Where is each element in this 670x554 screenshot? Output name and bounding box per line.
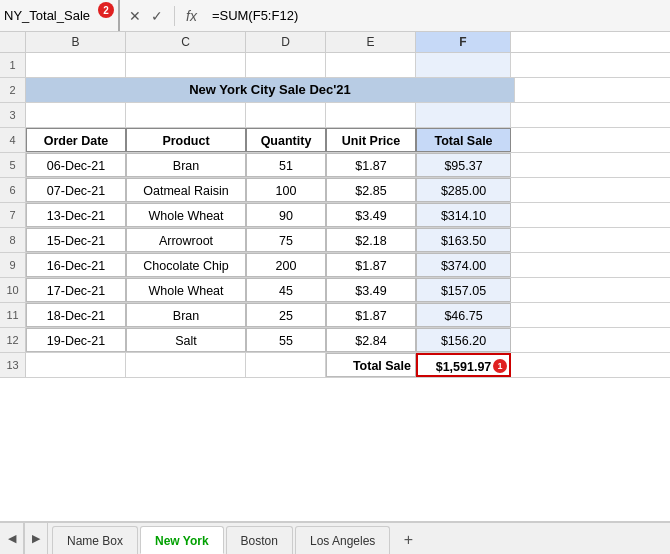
col-header-d[interactable]: D <box>246 32 326 52</box>
table-row: 8 15-Dec-21 Arrowroot 75 $2.18 $163.50 <box>0 228 670 253</box>
row-num-9: 9 <box>0 253 26 277</box>
cell-e3[interactable] <box>326 103 416 127</box>
cell-e11[interactable]: $1.87 <box>326 303 416 327</box>
cell-e7[interactable]: $3.49 <box>326 203 416 227</box>
sheet-tab-boston[interactable]: Boston <box>226 526 293 554</box>
formula-controls: ✕ ✓ fx <box>120 6 212 26</box>
cell-e1[interactable] <box>326 53 416 77</box>
cell-d11[interactable]: 25 <box>246 303 326 327</box>
cell-d6[interactable]: 100 <box>246 178 326 202</box>
confirm-icon[interactable]: ✓ <box>148 8 166 24</box>
cell-c9[interactable]: Chocolate Chip <box>126 253 246 277</box>
cell-c12[interactable]: Salt <box>126 328 246 352</box>
spreadsheet: B C D E F 1 2 New York City Sale Dec'21 … <box>0 32 670 521</box>
cell-f12[interactable]: $156.20 <box>416 328 511 352</box>
col-header-c[interactable]: C <box>126 32 246 52</box>
cell-b4[interactable]: Order Date <box>26 128 126 152</box>
table-row: 2 New York City Sale Dec'21 <box>0 78 670 103</box>
cell-c10[interactable]: Whole Wheat <box>126 278 246 302</box>
cell-e13[interactable]: Total Sale <box>326 353 416 377</box>
cell-b8[interactable]: 15-Dec-21 <box>26 228 126 252</box>
cell-d8[interactable]: 75 <box>246 228 326 252</box>
formula-input[interactable] <box>212 8 670 23</box>
add-sheet-button[interactable]: + <box>396 526 420 554</box>
sheet-tab-namebox[interactable]: Name Box <box>52 526 138 554</box>
name-box-area: 2 <box>0 0 120 31</box>
cell-f1[interactable] <box>416 53 511 77</box>
row-num-4: 4 <box>0 128 26 152</box>
fx-label: fx <box>183 8 200 24</box>
table-row: 13 Total Sale $1,591.97 1 <box>0 353 670 378</box>
row-num-12: 12 <box>0 328 26 352</box>
cell-d9[interactable]: 200 <box>246 253 326 277</box>
cell-e8[interactable]: $2.18 <box>326 228 416 252</box>
cell-f9[interactable]: $374.00 <box>416 253 511 277</box>
cell-d1[interactable] <box>246 53 326 77</box>
cell-f8[interactable]: $163.50 <box>416 228 511 252</box>
grid: 1 2 New York City Sale Dec'21 3 4 Order … <box>0 53 670 521</box>
cell-d7[interactable]: 90 <box>246 203 326 227</box>
tab-scroll-left[interactable]: ◀ <box>0 522 24 554</box>
cell-e10[interactable]: $3.49 <box>326 278 416 302</box>
cell-b12[interactable]: 19-Dec-21 <box>26 328 126 352</box>
cell-c7[interactable]: Whole Wheat <box>126 203 246 227</box>
cell-e9[interactable]: $1.87 <box>326 253 416 277</box>
cell-c5[interactable]: Bran <box>126 153 246 177</box>
cell-c3[interactable] <box>126 103 246 127</box>
cell-f5[interactable]: $95.37 <box>416 153 511 177</box>
cell-b13[interactable] <box>26 353 126 377</box>
cell-f4[interactable]: Total Sale <box>416 128 511 152</box>
cell-b5[interactable]: 06-Dec-21 <box>26 153 126 177</box>
cell-d10[interactable]: 45 <box>246 278 326 302</box>
tab-scroll-right[interactable]: ▶ <box>24 522 48 554</box>
cell-c13[interactable] <box>126 353 246 377</box>
cell-d13[interactable] <box>246 353 326 377</box>
cell-c11[interactable]: Bran <box>126 303 246 327</box>
cell-b7[interactable]: 13-Dec-21 <box>26 203 126 227</box>
cell-b3[interactable] <box>26 103 126 127</box>
row-num-2: 2 <box>0 78 26 102</box>
cell-e5[interactable]: $1.87 <box>326 153 416 177</box>
cell-c8[interactable]: Arrowroot <box>126 228 246 252</box>
cell-c4[interactable]: Product <box>126 128 246 152</box>
cell-b6[interactable]: 07-Dec-21 <box>26 178 126 202</box>
col-header-f[interactable]: F <box>416 32 511 52</box>
cell-b9[interactable]: 16-Dec-21 <box>26 253 126 277</box>
cell-c1[interactable] <box>126 53 246 77</box>
cell-c6[interactable]: Oatmeal Raisin <box>126 178 246 202</box>
cell-d3[interactable] <box>246 103 326 127</box>
cell-f6[interactable]: $285.00 <box>416 178 511 202</box>
cell-b11[interactable]: 18-Dec-21 <box>26 303 126 327</box>
table-row: 7 13-Dec-21 Whole Wheat 90 $3.49 $314.10 <box>0 203 670 228</box>
table-row: 11 18-Dec-21 Bran 25 $1.87 $46.75 <box>0 303 670 328</box>
name-box-input[interactable] <box>4 8 94 23</box>
cell-f7[interactable]: $314.10 <box>416 203 511 227</box>
cell-b1[interactable] <box>26 53 126 77</box>
badge-1: 1 <box>493 359 507 373</box>
cell-b10[interactable]: 17-Dec-21 <box>26 278 126 302</box>
cell-d4[interactable]: Quantity <box>246 128 326 152</box>
cell-b2[interactable]: New York City Sale Dec'21 <box>26 78 515 102</box>
cell-d12[interactable]: 55 <box>246 328 326 352</box>
row-num-6: 6 <box>0 178 26 202</box>
cell-e6[interactable]: $2.85 <box>326 178 416 202</box>
corner-header <box>0 32 26 52</box>
cell-f13[interactable]: $1,591.97 1 <box>416 353 511 377</box>
col-header-e[interactable]: E <box>326 32 416 52</box>
cell-e12[interactable]: $2.84 <box>326 328 416 352</box>
sheet-tab-losangeles[interactable]: Los Angeles <box>295 526 390 554</box>
bottom-bar: ◀ ▶ Name Box New York Boston Los Angeles… <box>0 521 670 554</box>
cell-e4[interactable]: Unit Price <box>326 128 416 152</box>
table-row: 9 16-Dec-21 Chocolate Chip 200 $1.87 $37… <box>0 253 670 278</box>
formula-bar: 2 ✕ ✓ fx <box>0 0 670 32</box>
cell-f10[interactable]: $157.05 <box>416 278 511 302</box>
cancel-icon[interactable]: ✕ <box>126 8 144 24</box>
row-num-5: 5 <box>0 153 26 177</box>
sheet-tab-newyork[interactable]: New York <box>140 526 224 554</box>
cell-d5[interactable]: 51 <box>246 153 326 177</box>
row-num-13: 13 <box>0 353 26 377</box>
cell-f11[interactable]: $46.75 <box>416 303 511 327</box>
col-header-b[interactable]: B <box>26 32 126 52</box>
name-box-badge: 2 <box>98 2 114 18</box>
cell-f3[interactable] <box>416 103 511 127</box>
